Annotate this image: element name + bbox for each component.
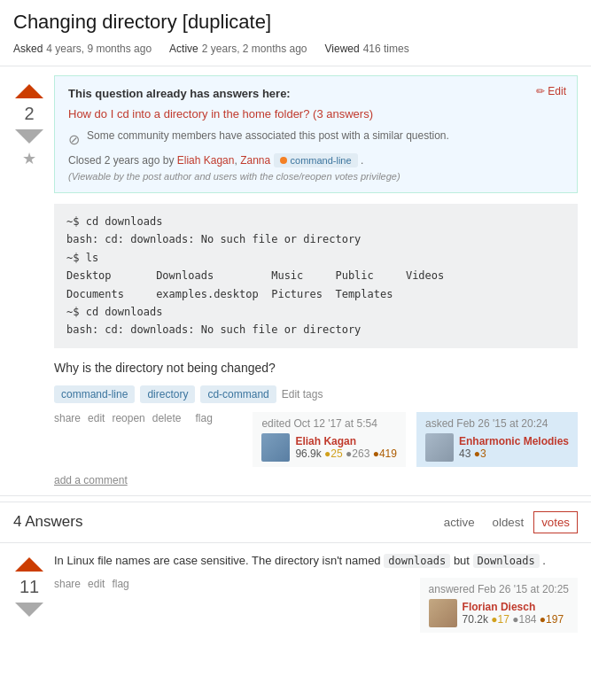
answered-bronze-badge: ●197 xyxy=(540,613,564,626)
tag-directory[interactable]: directory xyxy=(140,385,195,403)
active-time: 2 years, 2 months ago xyxy=(202,43,307,55)
code-line-7: bash: cd: downloads: No such file or dir… xyxy=(66,321,565,338)
answered-avatar xyxy=(429,599,457,627)
answers-title: 4 Answers xyxy=(13,513,82,531)
reopen-link[interactable]: reopen xyxy=(112,412,144,424)
duplicate-answers-count: (3 answers) xyxy=(313,107,373,121)
question-action-links: share edit reopen delete flag xyxy=(54,412,213,424)
edited-box: edited Oct 12 '17 at 5:54 Eliah Kagan 96… xyxy=(253,412,406,467)
answer-vote-up-button[interactable] xyxy=(13,556,45,573)
question-body: ✏ Edit This question already has answers… xyxy=(54,75,578,486)
flag-link[interactable]: flag xyxy=(195,412,212,424)
duplicate-title: This question already has answers here: xyxy=(68,87,564,100)
vote-up-icon xyxy=(15,84,43,98)
vote-column: 2 ★ xyxy=(13,75,45,486)
tags-list: command-line directory cd-command Edit t… xyxy=(54,385,578,403)
answer-body: In Linux file names are case sensitive. … xyxy=(54,552,578,634)
add-comment-link[interactable]: add a comment xyxy=(54,474,128,486)
tag-dot-icon xyxy=(280,157,287,164)
viewed-label: Viewed xyxy=(325,43,360,55)
edited-user: Eliah Kagan 96.9k ●25 ●263 ●419 xyxy=(261,433,397,462)
asked-user: Enharmonic Melodies 43 ●3 xyxy=(425,433,569,462)
edited-username[interactable]: Eliah Kagan xyxy=(295,435,356,447)
asked-time: 4 years, 9 months ago xyxy=(46,43,152,55)
asked-username[interactable]: Enharmonic Melodies xyxy=(459,435,569,447)
community-text: Some community members have associated t… xyxy=(87,129,449,142)
edited-label: edited Oct 12 '17 at 5:54 xyxy=(261,417,397,430)
asked-avatar xyxy=(425,433,454,462)
asked-label: Asked xyxy=(13,43,43,55)
answer-vote-down-icon xyxy=(15,603,43,617)
answers-sort: active oldest votes xyxy=(436,511,578,533)
share-link[interactable]: share xyxy=(54,412,81,424)
asked-box: asked Feb 26 '15 at 20:24 Enharmonic Mel… xyxy=(416,412,578,467)
edited-rep: 96.9k ●25 ●263 ●419 xyxy=(295,447,397,460)
code-line-3: ~$ ls xyxy=(66,249,565,267)
tag-cd-command[interactable]: cd-command xyxy=(200,385,276,403)
answer-1: 11 In Linux file names are case sensitiv… xyxy=(0,542,591,642)
code-line-6: ~$ cd downloads xyxy=(66,303,565,321)
edited-bronze-badge: ●419 xyxy=(373,447,397,460)
answer-vote-up-icon xyxy=(15,557,43,572)
duplicate-question-link[interactable]: How do I cd into a directory in the home… xyxy=(68,107,309,121)
edited-avatar xyxy=(261,433,290,462)
main-content: 2 ★ ✏ Edit This question already has ans… xyxy=(0,66,591,495)
answer-vote-count: 11 xyxy=(19,577,39,597)
tag-command-line[interactable]: command-line xyxy=(54,385,135,403)
code-block: ~$ cd downloads bash: cd: downloads: No … xyxy=(54,204,578,348)
code-line-1: ~$ cd downloads xyxy=(66,213,565,230)
answered-username[interactable]: Florian Diesch xyxy=(463,601,536,613)
active-label: Active xyxy=(169,43,198,55)
community-notice: ⊘ Some community members have associated… xyxy=(68,129,564,148)
code-line-2: bash: cd: downloads: No such file or dir… xyxy=(66,230,565,248)
answer-text-after: . xyxy=(542,554,546,567)
answer-text-middle: but xyxy=(454,554,470,567)
answer-share-link[interactable]: share xyxy=(54,578,81,590)
vote-up-button[interactable] xyxy=(13,82,45,100)
answered-rep: 70.2k ●17 ●184 ●197 xyxy=(463,613,564,626)
asked-rep: 43 ●3 xyxy=(459,447,569,460)
answer-edit-link[interactable]: edit xyxy=(88,578,105,590)
vote-down-icon xyxy=(15,129,43,144)
favorite-button[interactable]: ★ xyxy=(22,149,36,168)
answered-gold-badge: ●17 xyxy=(491,613,509,626)
question-meta: Asked 4 years, 9 months ago Active 2 yea… xyxy=(0,39,591,66)
edit-link[interactable]: ✏ Edit xyxy=(536,85,566,97)
edit-tags-link[interactable]: Edit tags xyxy=(282,388,323,401)
closed-by-eliah[interactable]: Eliah Kagan xyxy=(177,154,235,167)
page-title: Changing directory [duplicate] xyxy=(0,0,591,39)
code-line-4: Desktop Downloads Music Public Videos xyxy=(66,267,565,284)
post-attribution: edited Oct 12 '17 at 5:54 Eliah Kagan 96… xyxy=(253,412,578,467)
answers-header: 4 Answers active oldest votes xyxy=(0,502,591,542)
asked-label-box: asked Feb 26 '15 at 20:24 xyxy=(425,417,569,430)
community-icon: ⊘ xyxy=(68,131,80,148)
duplicate-notice: ✏ Edit This question already has answers… xyxy=(54,75,578,193)
sort-active-button[interactable]: active xyxy=(436,511,483,533)
answer-text: In Linux file names are case sensitive. … xyxy=(54,552,578,570)
answered-attr-box: answered Feb 26 '15 at 20:25 Florian Die… xyxy=(420,578,578,633)
closed-by-zanna[interactable]: Zanna xyxy=(240,154,270,167)
edit-link-action[interactable]: edit xyxy=(88,412,105,424)
closed-notice: Closed 2 years ago by Eliah Kagan, Zanna… xyxy=(68,153,564,167)
answer-text-before: In Linux file names are case sensitive. … xyxy=(54,554,381,567)
post-actions: share edit reopen delete flag edited Oct… xyxy=(54,412,578,467)
code-line-5: Documents examples.desktop Pictures Temp… xyxy=(66,285,565,303)
answer-flag-link[interactable]: flag xyxy=(112,578,128,590)
edited-silver-badge: ●263 xyxy=(346,447,369,460)
answer-attr: share edit flag answered Feb 26 '15 at 2… xyxy=(54,578,578,633)
vote-down-button[interactable] xyxy=(13,128,45,145)
command-line-tag-badge: command-line xyxy=(274,153,358,167)
answered-silver-badge: ●184 xyxy=(512,613,536,626)
viewable-note: (Viewable by the post author and users w… xyxy=(68,171,564,182)
asked-bronze-badge: ●3 xyxy=(474,447,486,460)
edited-gold-badge: ●25 xyxy=(324,447,343,460)
answer-inline-code-2: Downloads xyxy=(473,554,540,568)
delete-link[interactable]: delete xyxy=(152,412,182,424)
vote-count: 2 xyxy=(24,104,34,124)
answered-user: Florian Diesch 70.2k ●17 ●184 ●197 xyxy=(429,599,569,627)
sort-votes-button[interactable]: votes xyxy=(533,511,578,533)
sort-oldest-button[interactable]: oldest xyxy=(485,511,533,533)
answer-vote-down-button[interactable] xyxy=(13,601,45,618)
divider xyxy=(0,495,591,496)
viewed-count: 416 times xyxy=(363,43,409,55)
